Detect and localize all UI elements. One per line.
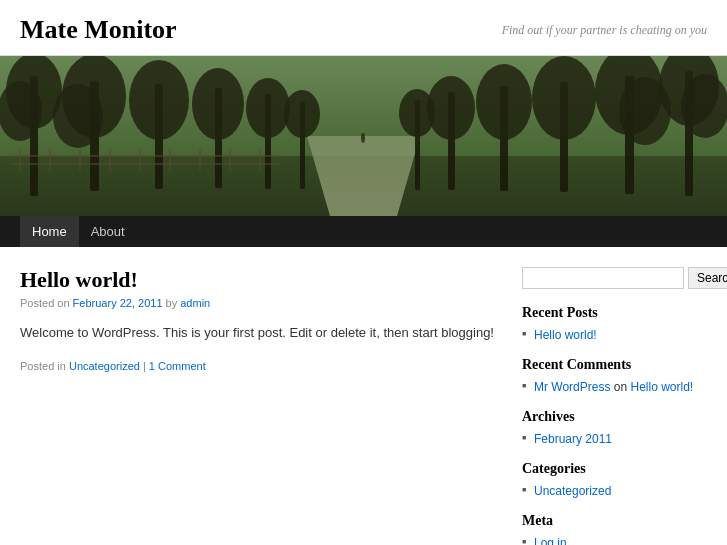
archives-section: Archives February 2011 (522, 409, 707, 447)
svg-point-26 (476, 64, 532, 140)
navigation: Home About (0, 216, 727, 247)
banner-image (0, 56, 727, 216)
archives-title: Archives (522, 409, 707, 425)
post-title: Hello world! (20, 267, 502, 293)
recent-posts-section: Recent Posts Hello world! (522, 305, 707, 343)
svg-point-10 (129, 60, 189, 140)
recent-post-link[interactable]: Hello world! (534, 328, 597, 342)
svg-point-8 (53, 84, 103, 148)
svg-point-12 (192, 68, 244, 140)
meta-title: Meta (522, 513, 707, 529)
comment-post-link[interactable]: Hello world! (630, 380, 693, 394)
nav-home[interactable]: Home (20, 216, 79, 247)
post-footer: Posted in Uncategorized | 1 Comment (20, 360, 502, 372)
comment-author-link[interactable]: Mr WordPress (534, 380, 610, 394)
site-title: Mate Monitor (20, 15, 177, 45)
meta-item-login: Log in (522, 535, 707, 545)
site-tagline: Find out if your partner is cheating on … (502, 23, 707, 38)
search-button[interactable]: Search (688, 267, 727, 289)
search-input[interactable] (522, 267, 684, 289)
meta-login-link[interactable]: Log in (534, 536, 567, 545)
post-meta: Posted on February 22, 2011 by admin (20, 297, 502, 309)
sidebar: Search Recent Posts Hello world! Recent … (522, 267, 707, 545)
recent-posts-title: Recent Posts (522, 305, 707, 321)
svg-point-42 (361, 133, 365, 143)
nav-about[interactable]: About (79, 216, 137, 247)
post-footer-prefix: Posted in (20, 360, 66, 372)
meta-list: Log in Entries RSS Comments RSS WordPres… (522, 535, 707, 545)
recent-comments-section: Recent Comments Mr WordPress on Hello wo… (522, 357, 707, 395)
recent-comments-list: Mr WordPress on Hello world! (522, 379, 707, 395)
recent-comment-item: Mr WordPress on Hello world! (522, 379, 707, 395)
recent-posts-list: Hello world! (522, 327, 707, 343)
svg-point-24 (532, 56, 596, 140)
categories-list: Uncategorized (522, 483, 707, 499)
svg-point-22 (619, 77, 671, 145)
comment-on-text: on (614, 380, 631, 394)
post-meta-prefix: Posted on (20, 297, 70, 309)
svg-point-30 (399, 89, 435, 137)
post-content: Welcome to WordPress. This is your first… (20, 323, 502, 344)
search-widget: Search (522, 267, 707, 289)
svg-point-5 (0, 81, 42, 141)
meta-section: Meta Log in Entries RSS Comments RSS Wor… (522, 513, 707, 545)
svg-point-19 (681, 74, 727, 138)
svg-point-14 (246, 78, 290, 138)
category-link[interactable]: Uncategorized (534, 484, 611, 498)
recent-comments-title: Recent Comments (522, 357, 707, 373)
main-content: Hello world! Posted on February 22, 2011… (20, 267, 502, 545)
post-author-prefix: by (166, 297, 181, 309)
category-item: Uncategorized (522, 483, 707, 499)
post-comment-link[interactable]: 1 Comment (149, 360, 206, 372)
categories-title: Categories (522, 461, 707, 477)
categories-section: Categories Uncategorized (522, 461, 707, 499)
post-category-link[interactable]: Uncategorized (69, 360, 140, 372)
archives-list: February 2011 (522, 431, 707, 447)
archive-item: February 2011 (522, 431, 707, 447)
post-author-link[interactable]: admin (180, 297, 210, 309)
post-date-link[interactable]: February 22, 2011 (73, 297, 163, 309)
svg-point-16 (284, 90, 320, 138)
recent-post-item: Hello world! (522, 327, 707, 343)
archive-link[interactable]: February 2011 (534, 432, 612, 446)
